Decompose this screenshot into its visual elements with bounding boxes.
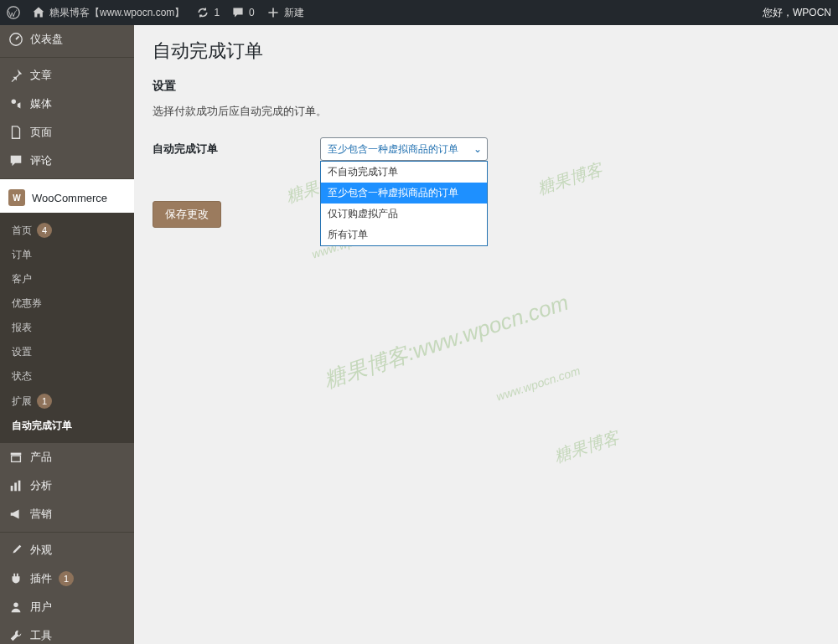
menu-plugins[interactable]: 插件 1	[0, 564, 134, 593]
badge: 1	[59, 571, 74, 586]
brush-icon	[8, 543, 23, 558]
menu-products[interactable]: 产品	[0, 443, 134, 471]
watermark: 糖果博客	[535, 157, 605, 199]
watermark: 糖果博客:www.wpocn.com	[320, 288, 572, 394]
site-title: 糖果博客【www.wpocn.com】	[49, 6, 184, 20]
menu-label: 产品	[30, 450, 52, 465]
wp-logo[interactable]	[7, 6, 20, 19]
menu-woocommerce[interactable]: W WooCommerce	[0, 178, 134, 213]
svg-rect-5	[11, 486, 13, 491]
submenu-label: 首页	[12, 224, 32, 238]
field-label: 自动完成订单	[153, 137, 303, 157]
badge: 1	[37, 394, 52, 409]
adminbar-left: 糖果博客【www.wpocn.com】 1 0 新建	[7, 6, 304, 20]
new-content-link[interactable]: 新建	[266, 6, 304, 20]
submenu-autocomplete[interactable]: 自动完成订单	[0, 414, 134, 438]
comments-link[interactable]: 0	[231, 6, 255, 19]
page-icon	[8, 125, 23, 140]
menu-posts[interactable]: 文章	[0, 57, 134, 90]
menu-tools[interactable]: 工具	[0, 621, 134, 644]
menu-label: WooCommerce	[32, 192, 107, 204]
submenu-coupons[interactable]: 优惠券	[0, 291, 134, 316]
plug-icon	[8, 571, 23, 586]
woocommerce-icon: W	[8, 189, 25, 206]
menu-label: 工具	[30, 628, 52, 643]
pin-icon	[8, 68, 23, 83]
submenu-extensions[interactable]: 扩展 1	[0, 389, 134, 414]
updates-count: 1	[214, 7, 220, 18]
comment-icon	[231, 6, 245, 19]
submenu-home[interactable]: 首页 4	[0, 218, 134, 243]
menu-appearance[interactable]: 外观	[0, 532, 134, 564]
comment-icon	[8, 153, 23, 168]
watermark: 糖果博客	[551, 425, 622, 467]
user-greeting[interactable]: 您好，WPOCN	[763, 6, 831, 20]
page-title: 自动完成订单	[153, 39, 820, 64]
woocommerce-submenu: 首页 4 订单 客户 优惠券 报表 设置 状态 扩展 1 自动完成订单	[0, 213, 134, 443]
menu-users[interactable]: 用户	[0, 593, 134, 621]
megaphone-icon	[8, 507, 23, 522]
menu-label: 媒体	[30, 96, 52, 111]
form-row-autocomplete: 自动完成订单 至少包含一种虚拟商品的订单 ⌄ 不自动完成订单 至少包含一种虚拟商…	[153, 137, 820, 161]
menu-label: 外观	[30, 543, 52, 558]
archive-icon	[8, 450, 23, 465]
submenu-reports[interactable]: 报表	[0, 316, 134, 340]
menu-label: 分析	[30, 478, 52, 493]
menu-label: 页面	[30, 125, 52, 140]
svg-rect-7	[18, 481, 21, 492]
description: 选择付款成功后应自动完成的订单。	[153, 104, 820, 119]
chevron-down-icon: ⌄	[473, 143, 482, 155]
option-virtual-any[interactable]: 至少包含一种虚拟商品的订单	[321, 183, 487, 204]
menu-label: 文章	[30, 68, 52, 83]
updates-link[interactable]: 1	[196, 6, 220, 19]
option-all[interactable]: 所有订单	[321, 224, 487, 245]
save-button[interactable]: 保存更改	[153, 201, 221, 228]
wrench-icon	[8, 628, 23, 643]
main-content: 自动完成订单 设置 选择付款成功后应自动完成的订单。 自动完成订单 至少包含一种…	[134, 25, 838, 644]
menu-label: 用户	[30, 600, 52, 615]
svg-rect-6	[14, 482, 17, 491]
menu-dashboard[interactable]: 仪表盘	[0, 25, 134, 54]
dashboard-icon	[8, 32, 23, 47]
menu-label: 评论	[30, 153, 52, 168]
chart-icon	[8, 478, 23, 493]
home-icon	[32, 6, 45, 19]
submenu-orders[interactable]: 订单	[0, 243, 134, 267]
badge: 4	[37, 223, 52, 238]
option-none[interactable]: 不自动完成订单	[321, 162, 487, 183]
menu-label: 仪表盘	[30, 32, 63, 47]
menu-label: 插件	[30, 571, 52, 586]
select-dropdown: 不自动完成订单 至少包含一种虚拟商品的订单 仅订购虚拟产品 所有订单	[320, 161, 488, 246]
refresh-icon	[196, 6, 210, 19]
svg-rect-3	[11, 453, 22, 456]
menu-pages[interactable]: 页面	[0, 118, 134, 147]
watermark: www.wpocn.com	[494, 363, 582, 403]
menu-media[interactable]: 媒体	[0, 90, 134, 118]
user-icon	[8, 600, 23, 615]
submenu-status[interactable]: 状态	[0, 364, 134, 389]
admin-toolbar: 糖果博客【www.wpocn.com】 1 0 新建 您好，WPOCN	[0, 0, 838, 25]
select-value: 至少包含一种虚拟商品的订单	[328, 142, 458, 157]
submenu-label: 扩展	[12, 394, 32, 409]
plus-icon	[266, 6, 280, 19]
menu-label: 营销	[30, 507, 52, 522]
menu-marketing[interactable]: 营销	[0, 500, 134, 528]
svg-point-8	[13, 603, 18, 607]
section-title: 设置	[153, 79, 820, 94]
select-wrapper: 至少包含一种虚拟商品的订单 ⌄ 不自动完成订单 至少包含一种虚拟商品的订单 仅订…	[320, 137, 488, 161]
menu-analytics[interactable]: 分析	[0, 471, 134, 500]
svg-rect-4	[12, 456, 21, 461]
comments-count: 0	[249, 7, 255, 18]
admin-sidebar: 仪表盘 文章 媒体 页面 评论 W WooCommerce 首页 4 订单	[0, 25, 134, 644]
submenu-settings[interactable]: 设置	[0, 340, 134, 364]
wordpress-icon	[7, 6, 20, 19]
menu-comments[interactable]: 评论	[0, 147, 134, 175]
submenu-customers[interactable]: 客户	[0, 267, 134, 291]
site-link[interactable]: 糖果博客【www.wpocn.com】	[32, 6, 184, 20]
autocomplete-select[interactable]: 至少包含一种虚拟商品的订单 ⌄	[320, 137, 488, 161]
media-icon	[8, 96, 23, 111]
option-virtual-only[interactable]: 仅订购虚拟产品	[321, 204, 487, 224]
new-label: 新建	[284, 6, 304, 20]
svg-point-2	[12, 100, 16, 104]
